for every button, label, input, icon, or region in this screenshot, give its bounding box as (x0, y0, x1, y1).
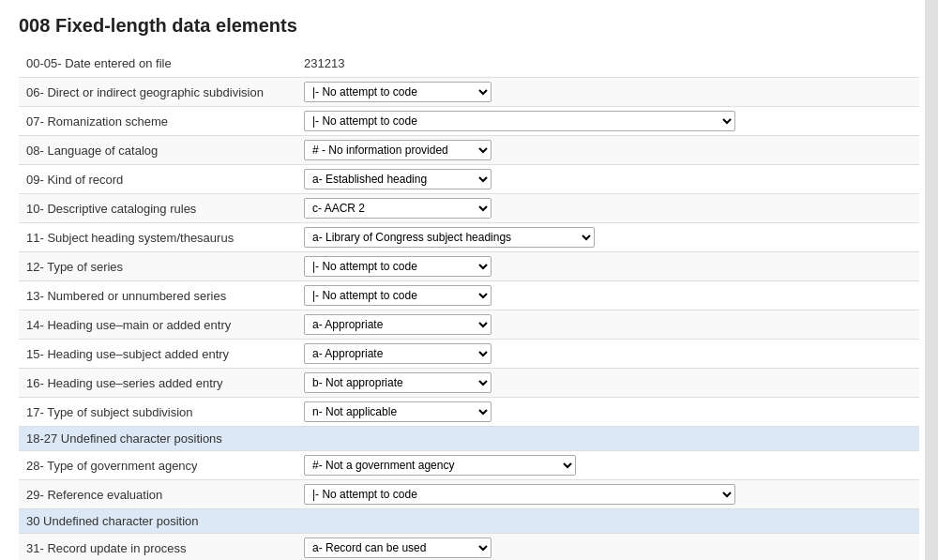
table-row: 16- Heading use–series added entrya- App… (19, 369, 919, 398)
row-label: 28- Type of government agency (19, 451, 300, 480)
row-value[interactable]: #- Not a government agencya- Internation… (300, 451, 919, 480)
table-row: 06- Direct or indirect geographic subdiv… (19, 78, 919, 107)
table-row: 08- Language of catalog# - No informatio… (19, 136, 919, 165)
table-row: 07- Romanization scheme|- No attempt to … (19, 107, 919, 136)
table-row: 14- Heading use–main or added entrya- Ap… (19, 310, 919, 340)
select-field[interactable]: a- Appropriateb- Not appropriate (304, 372, 492, 393)
select-field[interactable]: |- No attempt to codea- Tracing correctb… (304, 484, 735, 505)
select-field[interactable]: |- No attempt to codea- Numberedb- Unnum… (304, 285, 492, 306)
row-value[interactable]: |- No attempt to codea- Indirectb- Direc… (300, 78, 919, 107)
select-field[interactable]: a- Record can be usedb- Record in proces… (304, 537, 492, 558)
row-label: 17- Type of subject subdivision (19, 398, 300, 427)
row-value[interactable]: n- Not applicablea- Topicalb- Form (300, 398, 919, 427)
select-field[interactable]: a- Appropriateb- Not appropriate (304, 314, 492, 335)
row-label: 31- Record update in process (19, 534, 300, 561)
row-label: 13- Numbered or unnumbered series (19, 281, 300, 310)
select-field[interactable]: c- AACR 2a- Earlier rulesb- AACR (304, 198, 492, 219)
row-value[interactable]: a- Established headingb- Untraced refc- … (300, 165, 919, 194)
row-value[interactable]: |- No attempt to codea- Tracing correctb… (300, 480, 919, 509)
row-value[interactable]: c- AACR 2a- Earlier rulesb- AACR (300, 194, 919, 223)
row-label: 11- Subject heading system/thesaurus (19, 223, 300, 252)
table-row: 29- Reference evaluation|- No attempt to… (19, 480, 919, 509)
table-row: 17- Type of subject subdivisionn- Not ap… (19, 398, 919, 427)
row-value[interactable]: # - No information providede- Englishf- … (300, 136, 919, 165)
table-row: 18-27 Undefined character positions (19, 427, 919, 451)
select-field[interactable]: a- Appropriateb- Not appropriate (304, 343, 492, 364)
row-value[interactable]: |- No attempt to codea- Basic Romanb- No… (300, 107, 919, 136)
row-label: 12- Type of series (19, 252, 300, 281)
row-value[interactable]: a- Record can be usedb- Record in proces… (300, 534, 919, 561)
table-row: 13- Numbered or unnumbered series|- No a… (19, 281, 919, 310)
table-row: 12- Type of series|- No attempt to codea… (19, 252, 919, 281)
select-field[interactable]: # - No information providede- Englishf- … (304, 140, 492, 160)
page-title: 008 Fixed-length data elements (19, 15, 919, 37)
select-field[interactable]: a- Established headingb- Untraced refc- … (304, 169, 492, 189)
text-value: 231213 (304, 53, 344, 73)
table-row: 31- Record update in processa- Record ca… (19, 534, 919, 561)
row-label: 06- Direct or indirect geographic subdiv… (19, 78, 300, 107)
table-row: 30 Undefined character position (19, 509, 919, 534)
row-label: 00-05- Date entered on file (19, 50, 300, 78)
section-header-label: 30 Undefined character position (19, 509, 919, 534)
table-row: 09- Kind of recorda- Established heading… (19, 165, 919, 194)
row-label: 08- Language of catalog (19, 136, 300, 165)
row-value[interactable]: |- No attempt to codea- Numberedb- Unnum… (300, 281, 919, 310)
row-label: 15- Heading use–subject added entry (19, 340, 300, 369)
table-row: 10- Descriptive cataloging rulesc- AACR … (19, 194, 919, 223)
section-header-label: 18-27 Undefined character positions (19, 427, 919, 451)
row-label: 10- Descriptive cataloging rules (19, 194, 300, 223)
row-value[interactable]: |- No attempt to codea- Monographic seri… (300, 252, 919, 281)
table-row: 28- Type of government agency#- Not a go… (19, 451, 919, 480)
row-value[interactable]: a- Appropriateb- Not appropriate (300, 340, 919, 369)
data-table: 00-05- Date entered on file23121306- Dir… (19, 50, 919, 560)
row-value: 231213 (300, 50, 919, 78)
row-label: 07- Romanization scheme (19, 107, 300, 136)
select-field[interactable]: |- No attempt to codea- Monographic seri… (304, 256, 492, 277)
row-label: 09- Kind of record (19, 165, 300, 194)
row-label: 16- Heading use–series added entry (19, 369, 300, 398)
select-field[interactable]: |- No attempt to codea- Indirectb- Direc… (304, 82, 492, 102)
select-field[interactable]: n- Not applicablea- Topicalb- Form (304, 401, 492, 422)
row-value[interactable]: a- Library of Congress subject headingsb… (300, 223, 919, 252)
row-label: 29- Reference evaluation (19, 480, 300, 509)
select-field[interactable]: |- No attempt to codea- Basic Romanb- No… (304, 111, 735, 131)
row-value[interactable]: a- Appropriateb- Not appropriate (300, 369, 919, 398)
table-row: 00-05- Date entered on file231213 (19, 50, 919, 78)
row-label: 14- Heading use–main or added entry (19, 310, 300, 340)
row-value[interactable]: a- Appropriateb- Not appropriate (300, 310, 919, 340)
select-field[interactable]: #- Not a government agencya- Internation… (304, 455, 576, 476)
table-row: 15- Heading use–subject added entrya- Ap… (19, 340, 919, 369)
select-field[interactable]: a- Library of Congress subject headingsb… (304, 227, 595, 248)
main-container: 008 Fixed-length data elements 00-05- Da… (0, 0, 938, 560)
table-row: 11- Subject heading system/thesaurusa- L… (19, 223, 919, 252)
scrollbar[interactable] (925, 0, 938, 560)
